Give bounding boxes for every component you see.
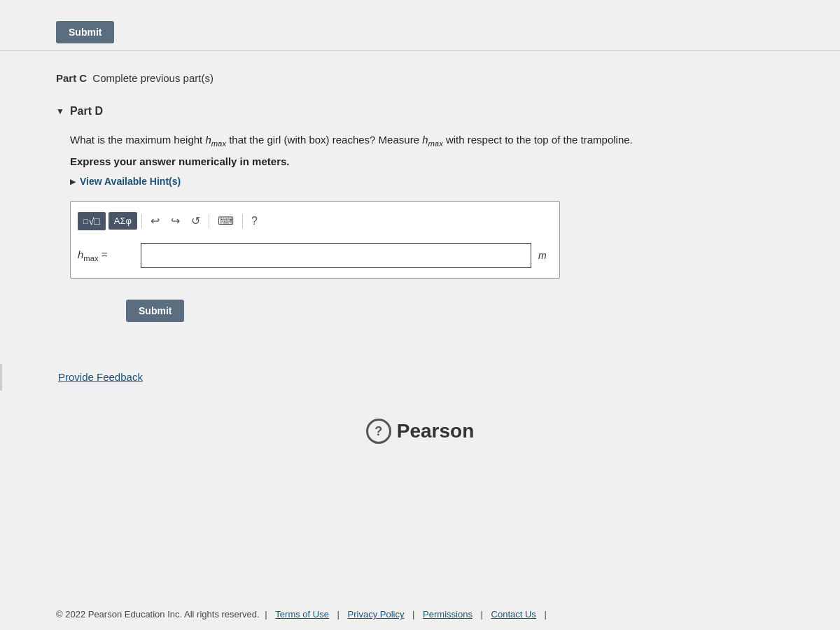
- part-d-label: Part D: [70, 105, 103, 118]
- pearson-circle-icon: ?: [366, 419, 391, 444]
- toolbar-separator-3: [242, 214, 243, 228]
- feedback-section: Provide Feedback: [0, 364, 840, 391]
- hints-arrow-icon: ▶: [70, 178, 76, 186]
- feedback-link[interactable]: Provide Feedback: [58, 371, 143, 383]
- part-c-section: Part C Complete previous part(s): [0, 65, 840, 91]
- formula-button[interactable]: □ √□: [78, 212, 106, 230]
- variable-label: hmax =: [78, 248, 134, 262]
- toolbar-separator-2: [209, 214, 209, 228]
- pearson-logo: ? Pearson: [366, 419, 475, 444]
- collapse-icon: ▼: [56, 106, 64, 116]
- pearson-section: ? Pearson: [0, 419, 840, 444]
- help-button[interactable]: ?: [247, 212, 262, 230]
- h-max-variable-1: hmax: [205, 134, 226, 146]
- part-d-section: ▼ Part D What is the maximum height hmax…: [0, 98, 840, 357]
- hints-toggle[interactable]: ▶ View Available Hint(s): [56, 176, 840, 187]
- copyright-text: © 2022 Pearson Education Inc. All rights…: [56, 609, 260, 620]
- top-submit-area: Submit: [0, 14, 840, 51]
- part-c-label: Part C: [56, 72, 87, 84]
- part-c-text: Complete previous part(s): [92, 72, 214, 84]
- footer: © 2022 Pearson Education Inc. All rights…: [0, 598, 840, 630]
- question-text: What is the maximum height hmax that the…: [56, 132, 840, 150]
- pearson-text: Pearson: [397, 420, 475, 442]
- answer-instruction: Express your answer numerically in meter…: [56, 155, 840, 167]
- toolbar-separator-1: [141, 214, 142, 228]
- answer-input[interactable]: [141, 243, 531, 268]
- keyboard-button[interactable]: ⌨: [214, 211, 238, 230]
- permissions-link[interactable]: Permissions: [423, 609, 472, 620]
- toolbar-row: □ √□ ΑΣφ ↩ ↪ ↺ ⌨ ?: [78, 209, 552, 233]
- contact-us-link[interactable]: Contact Us: [491, 609, 536, 620]
- answer-container: □ √□ ΑΣφ ↩ ↪ ↺ ⌨ ? hmax = m: [70, 201, 560, 279]
- input-row: hmax = m: [78, 240, 552, 271]
- terms-of-use-link[interactable]: Terms of Use: [275, 609, 329, 620]
- redo-button[interactable]: ↪: [167, 211, 184, 230]
- hints-label[interactable]: View Available Hint(s): [80, 176, 181, 187]
- refresh-button[interactable]: ↺: [187, 211, 204, 230]
- greek-button[interactable]: ΑΣφ: [108, 212, 137, 230]
- privacy-policy-link[interactable]: Privacy Policy: [348, 609, 405, 620]
- undo-button[interactable]: ↩: [146, 211, 164, 230]
- bottom-submit-button[interactable]: Submit: [126, 300, 184, 322]
- unit-label: m: [538, 250, 552, 261]
- bottom-submit-area: Submit: [56, 293, 840, 329]
- top-submit-button[interactable]: Submit: [56, 21, 114, 43]
- h-max-variable-2: hmax: [422, 134, 443, 146]
- page-wrapper: Submit Part C Complete previous part(s) …: [0, 0, 840, 630]
- part-d-header: ▼ Part D: [56, 105, 840, 118]
